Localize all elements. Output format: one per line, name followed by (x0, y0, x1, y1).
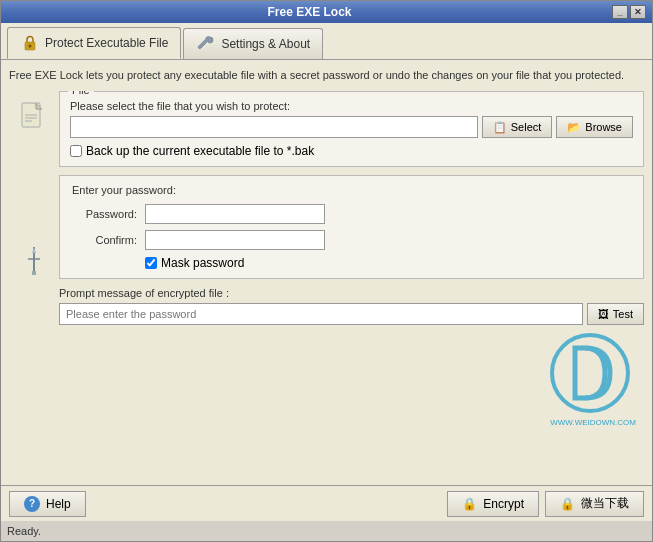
tab-bar: Protect Executable File Settings & About (1, 23, 652, 60)
status-bar: Ready. (1, 521, 652, 541)
prompt-section: Prompt message of encrypted file : 🖼 Tes… (59, 287, 644, 325)
file-side-icon (18, 101, 50, 133)
file-group: File Please select the file that you wis… (59, 91, 644, 167)
tab-protect[interactable]: Protect Executable File (7, 27, 181, 59)
password-section-title: Enter your password: (72, 184, 631, 196)
prompt-label: Prompt message of encrypted file : (59, 287, 644, 299)
confirm-input[interactable] (145, 230, 325, 250)
bottom-buttons: ? Help 🔒 Encrypt 🔒 微当下载 (9, 491, 644, 517)
test-button[interactable]: 🖼 Test (587, 303, 644, 325)
right-buttons: 🔒 Encrypt 🔒 微当下载 (447, 491, 644, 517)
download-lock-icon: 🔒 (560, 497, 575, 511)
svg-rect-9 (32, 271, 36, 275)
help-icon: ? (24, 496, 40, 512)
password-label: Password: (72, 208, 137, 220)
download-button[interactable]: 🔒 微当下载 (545, 491, 644, 517)
main-body: File Please select the file that you wis… (9, 91, 644, 477)
tab-protect-label: Protect Executable File (45, 36, 168, 50)
minimize-button[interactable]: _ (612, 5, 628, 19)
confirm-row: Confirm: (72, 230, 631, 250)
password-row: Password: (72, 204, 631, 224)
status-text: Ready. (7, 525, 41, 537)
encrypt-lock-icon: 🔒 (462, 497, 477, 511)
tab-settings[interactable]: Settings & About (183, 28, 323, 59)
right-content: File Please select the file that you wis… (59, 91, 644, 477)
main-window: Free EXE Lock _ ✕ Protect Executable Fil… (0, 0, 653, 542)
file-row: 📋 Select 📂 Browse (70, 116, 633, 138)
sword-side-icon (18, 245, 50, 277)
title-bar: Free EXE Lock _ ✕ (1, 1, 652, 23)
side-icons (9, 91, 59, 477)
title-bar-buttons: _ ✕ (612, 5, 646, 19)
file-group-label: File (68, 91, 94, 96)
encrypt-button[interactable]: 🔒 Encrypt (447, 491, 539, 517)
lock-tab-icon (20, 33, 40, 53)
browse-button[interactable]: 📂 Browse (556, 116, 633, 138)
window-title: Free EXE Lock (7, 5, 612, 19)
description-text: Free EXE Lock lets you protect any execu… (9, 68, 644, 83)
select-icon: 📋 (493, 121, 507, 134)
svg-point-1 (29, 45, 32, 48)
password-input[interactable] (145, 204, 325, 224)
wrench-tab-icon (196, 34, 216, 54)
backup-checkbox-row: Back up the current executable file to *… (70, 144, 633, 158)
help-button[interactable]: ? Help (9, 491, 86, 517)
mask-checkbox[interactable] (145, 257, 157, 269)
svg-marker-8 (32, 247, 36, 253)
file-select-prompt: Please select the file that you wish to … (70, 100, 633, 112)
confirm-label: Confirm: (72, 234, 137, 246)
content-area: Free EXE Lock lets you protect any execu… (1, 60, 652, 485)
mask-label: Mask password (161, 256, 244, 270)
bottom-bar: ? Help 🔒 Encrypt 🔒 微当下载 (1, 485, 652, 521)
backup-label: Back up the current executable file to *… (86, 144, 314, 158)
test-icon: 🖼 (598, 308, 609, 320)
mask-row: Mask password (145, 256, 631, 270)
prompt-input[interactable] (59, 303, 583, 325)
tab-settings-label: Settings & About (221, 37, 310, 51)
select-button[interactable]: 📋 Select (482, 116, 553, 138)
close-button[interactable]: ✕ (630, 5, 646, 19)
backup-checkbox[interactable] (70, 145, 82, 157)
password-section: Enter your password: Password: Confirm: … (59, 175, 644, 279)
prompt-row: 🖼 Test (59, 303, 644, 325)
file-path-input[interactable] (70, 116, 478, 138)
browse-icon: 📂 (567, 121, 581, 134)
